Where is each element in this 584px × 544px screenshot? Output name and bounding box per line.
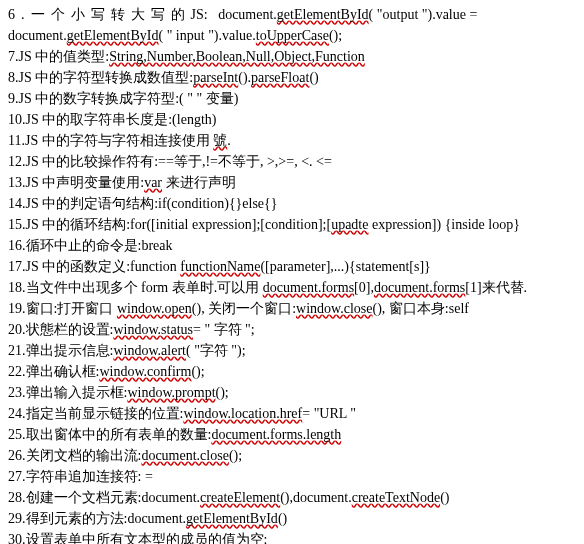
t: document.close	[141, 448, 228, 463]
t: 16.循环中止的命令是:break	[8, 238, 172, 253]
t: 29.得到元素的方法:document.	[8, 511, 186, 526]
t: ();	[216, 385, 229, 400]
t: var	[144, 175, 162, 190]
line-9: 9.JS 中的数字转换成字符型:( " " 变量)	[8, 88, 576, 109]
t: JS:	[191, 7, 208, 22]
t: window.close	[296, 301, 372, 316]
t: document.forms.length	[211, 427, 341, 442]
t: 来进行声明	[162, 175, 236, 190]
t: ()	[309, 70, 318, 85]
t: 號	[213, 133, 227, 148]
t: 28.创建一个文档元素:document.	[8, 490, 200, 505]
line-24: 24.指定当前显示链接的位置:window.location.href= "UR…	[8, 403, 576, 424]
t: 26.关闭文档的输出流:	[8, 448, 141, 463]
line-15: 15.JS 中的循环结构:for([initial expression];[c…	[8, 214, 576, 235]
t: window.location.href	[183, 406, 302, 421]
t: 7.JS 中的值类型:	[8, 49, 109, 64]
t: 一个小写转大写的	[31, 7, 191, 22]
t: 19.窗口:打开窗口	[8, 301, 117, 316]
t: ([parameter],...){statement[s]}	[260, 259, 430, 274]
t: ( "output ").value =	[369, 7, 478, 22]
t: createElement	[200, 490, 280, 505]
t: ()	[440, 490, 449, 505]
line-22: 22.弹出确认框:window.confirm();	[8, 361, 576, 382]
t: ( "字符 ");	[186, 343, 246, 358]
t: [1]来代替.	[465, 280, 527, 295]
t: ();	[329, 28, 342, 43]
t: functionName	[180, 259, 260, 274]
line-26: 26.关闭文档的输出流:document.close();	[8, 445, 576, 466]
t: 25.取出窗体中的所有表单的数量:	[8, 427, 211, 442]
t: 27.字符串追加连接符: =	[8, 469, 153, 484]
t: document.	[8, 28, 67, 43]
t: upadte	[331, 217, 368, 232]
t: document.	[218, 7, 277, 22]
t: window.confirm	[99, 364, 191, 379]
t: 13.JS 中声明变量使用:	[8, 175, 144, 190]
line-25: 25.取出窗体中的所有表单的数量:document.forms.length	[8, 424, 576, 445]
t: document.forms	[374, 280, 465, 295]
line-18: 18.当文件中出现多个 form 表单时.可以用 document.forms[…	[8, 277, 576, 298]
line-11: 11.JS 中的字符与字符相连接使用 號.	[8, 130, 576, 151]
t: 22.弹出确认框:	[8, 364, 99, 379]
t: = "URL "	[302, 406, 356, 421]
t: (),document.	[280, 490, 352, 505]
line-19: 19.窗口:打开窗口 window.open(), 关闭一个窗口:window.…	[8, 298, 576, 319]
line-16: 16.循环中止的命令是:break	[8, 235, 576, 256]
t: 18.当文件中出现多个 form 表单时.可以用	[8, 280, 263, 295]
line-20: 20.状態栏的设置:window.status= " 字符 ";	[8, 319, 576, 340]
t: (), 关闭一个窗口:	[192, 301, 296, 316]
t: createTextNode	[352, 490, 440, 505]
t: .	[227, 133, 231, 148]
t: getElementById	[277, 7, 369, 22]
t: 6.	[8, 7, 31, 22]
t: ();	[229, 448, 242, 463]
line-27: 27.字符串追加连接符: =	[8, 466, 576, 487]
line-21: 21.弹出提示信息:window.alert( "字符 ");	[8, 340, 576, 361]
line-10: 10.JS 中的取字符串长度是:(length)	[8, 109, 576, 130]
t: 15.JS 中的循环结构:for([initial expression];[c…	[8, 217, 331, 232]
t: 17.JS 中的函数定义:function	[8, 259, 180, 274]
line-8: 8.JS 中的字符型转换成数值型:parseInt().parseFloat()	[8, 67, 576, 88]
t: 8.JS 中的字符型转换成数值型:	[8, 70, 193, 85]
t: window.prompt	[127, 385, 215, 400]
t: 11.JS 中的字符与字符相连接使用	[8, 133, 213, 148]
t: getElementById	[186, 511, 278, 526]
line-17: 17.JS 中的函数定义:function functionName([para…	[8, 256, 576, 277]
line-6a: 6.一个小写转大写的JS: document.getElementById( "…	[8, 4, 576, 25]
t: document.forms	[263, 280, 354, 295]
line-30: 30.设置表单中所有文本型的成员的值为空:	[8, 529, 576, 544]
line-7: 7.JS 中的值类型:String,Number,Boolean,Null,Ob…	[8, 46, 576, 67]
t: toUpperCase	[256, 28, 329, 43]
t: 30.设置表单中所有文本型的成员的值为空:	[8, 532, 267, 544]
t: ( " input ").value.	[158, 28, 255, 43]
line-23: 23.弹出输入提示框:window.prompt();	[8, 382, 576, 403]
t: (), 窗口本身:self	[373, 301, 469, 316]
t: ()	[278, 511, 287, 526]
t: parseFloat	[251, 70, 309, 85]
t: 20.状態栏的设置:	[8, 322, 113, 337]
t: String,Number,Boolean,Null,Object,Functi…	[109, 49, 365, 64]
line-14: 14.JS 中的判定语句结构:if(condition){}else{}	[8, 193, 576, 214]
line-13: 13.JS 中声明变量使用:var 来进行声明	[8, 172, 576, 193]
t: 21.弹出提示信息:	[8, 343, 113, 358]
line-29: 29.得到元素的方法:document.getElementById()	[8, 508, 576, 529]
t: 9.JS 中的数字转换成字符型:( " " 变量)	[8, 91, 238, 106]
line-6b: document.getElementById( " input ").valu…	[8, 25, 576, 46]
t: getElementById	[67, 28, 159, 43]
t: = " 字符 ";	[193, 322, 255, 337]
line-12: 12.JS 中的比较操作符有:==等于,!=不等于, >,>=, <. <=	[8, 151, 576, 172]
t: 10.JS 中的取字符串长度是:(length)	[8, 112, 216, 127]
t: ();	[191, 364, 204, 379]
t: 12.JS 中的比较操作符有:==等于,!=不等于, >,>=, <. <=	[8, 154, 332, 169]
t: 14.JS 中的判定语句结构:if(condition){}else{}	[8, 196, 278, 211]
t: parseInt	[193, 70, 238, 85]
t: ().	[238, 70, 251, 85]
t: 23.弹出输入提示框:	[8, 385, 127, 400]
t: window.status	[113, 322, 193, 337]
t: 24.指定当前显示链接的位置:	[8, 406, 183, 421]
line-28: 28.创建一个文档元素:document.createElement(),doc…	[8, 487, 576, 508]
t: window.open	[117, 301, 192, 316]
t: [0],	[354, 280, 374, 295]
t: window.alert	[113, 343, 186, 358]
